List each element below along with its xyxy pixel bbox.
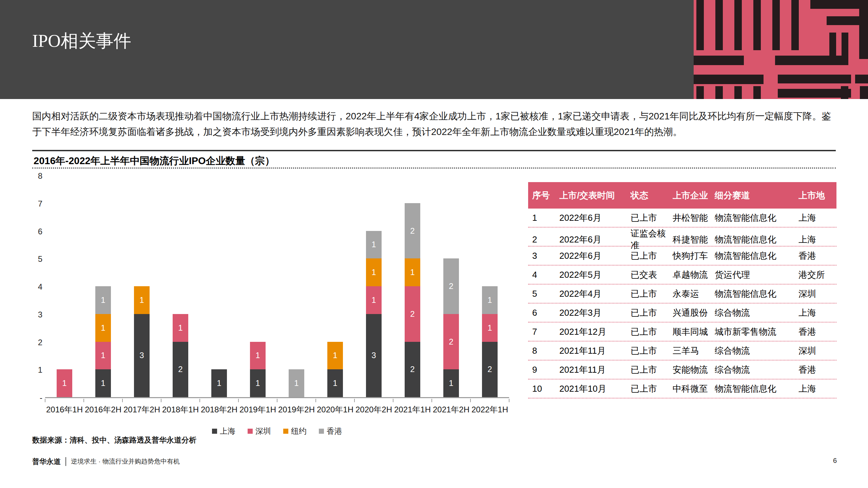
bar-segment-上海: 3: [134, 314, 150, 397]
table-cell: 已上市: [631, 212, 673, 224]
table-cell: 7: [532, 327, 559, 337]
x-axis-tick: [45, 399, 45, 402]
footer-tagline: 逆境求生 · 物流行业并购趋势危中有机: [71, 457, 180, 466]
footer-brand: 普华永道: [32, 457, 61, 466]
bar-segment-value: 2: [178, 365, 182, 374]
x-axis-category-label: 2019年1H: [238, 404, 277, 415]
y-axis-label: 2: [32, 338, 42, 347]
y-axis-label: 8: [32, 171, 42, 181]
table-cell: 兴通股份: [673, 307, 715, 319]
header-band: IPO相关事件: [0, 0, 868, 99]
table-header-cell: 细分赛道: [715, 190, 798, 201]
table-cell: 2022年4月: [559, 288, 631, 300]
x-axis-category-label: 2020年1H: [316, 404, 354, 415]
bar-segment-value: 2: [449, 337, 453, 347]
x-axis-category-label: 2021年2H: [432, 404, 470, 415]
stacked-bar-2021年2H: 122: [443, 258, 459, 397]
table-cell: 上海: [798, 383, 836, 395]
bar-segment-上海: 2: [405, 342, 420, 397]
table-cell: 城市新零售物流: [715, 326, 798, 338]
chart-plot-area: 11111312111111131112212122211: [45, 176, 509, 398]
bar-segment-value: 2: [449, 281, 453, 291]
bar-segment-深圳: 1: [95, 342, 111, 370]
x-axis-category-label: 2018年1H: [161, 404, 200, 415]
bar-segment-深圳: 1: [57, 369, 72, 397]
y-axis-label: 3: [32, 310, 42, 319]
bar-segment-纽约: 1: [134, 286, 150, 314]
bar-segment-上海: 2: [173, 342, 188, 397]
bar-segment-上海: 1: [250, 369, 266, 397]
bar-segment-纽约: 1: [366, 258, 382, 286]
bar-segment-深圳: 2: [405, 286, 420, 342]
bar-segment-上海: 3: [366, 314, 382, 397]
bar-segment-纽约: 1: [405, 258, 420, 286]
bar-segment-value: 1: [487, 323, 492, 333]
bar-segment-value: 2: [410, 365, 414, 374]
table-cell: 上海: [798, 307, 836, 319]
table-cell: 6: [532, 308, 559, 318]
bar-segment-value: 1: [333, 378, 337, 388]
stacked-bar-2016年1H: 1: [57, 369, 72, 397]
bar-segment-纽约: 1: [327, 342, 343, 370]
legend-label: 香港: [327, 426, 342, 436]
bar-segment-value: 1: [255, 378, 260, 388]
table-cell: 深圳: [798, 345, 836, 357]
ipo-events-table: 序号上市/交表时间状态上市企业细分赛道上市地 12022年6月已上市井松智能物流…: [528, 182, 836, 398]
x-axis-category-label: 2016年2H: [84, 404, 122, 415]
table-cell: 2021年10月: [559, 383, 631, 395]
legend-item-上海: 上海: [212, 426, 235, 436]
x-axis-tick: [354, 399, 355, 402]
table-header-cell: 上市企业: [673, 190, 715, 201]
bar-segment-上海: 1: [95, 369, 111, 397]
x-axis-tick: [238, 399, 239, 402]
bar-segment-纽约: 1: [95, 314, 111, 342]
table-cell: 快狗打车: [673, 250, 715, 262]
table-cell: 证监会核准: [631, 228, 673, 251]
table-cell: 已交表: [631, 269, 673, 281]
bar-segment-上海: 1: [443, 369, 459, 397]
x-axis-tick: [277, 399, 277, 402]
bar-segment-value: 1: [101, 323, 105, 333]
bar-segment-value: 1: [294, 378, 298, 388]
bar-segment-香港: 2: [443, 258, 459, 314]
table-row: 62022年3月已上市兴通股份综合物流上海: [528, 304, 836, 323]
table-cell: 已上市: [631, 307, 673, 319]
table-cell: 井松智能: [673, 212, 715, 224]
x-axis-tick: [161, 399, 161, 402]
x-axis-tick: [83, 399, 84, 402]
intro-paragraph: 国内相对活跃的二级资本市场表现推动着中国物流行业上市热潮持续进行，2022年上半…: [32, 109, 837, 140]
table-cell: 港交所: [798, 269, 836, 281]
bar-segment-香港: 2: [405, 203, 420, 259]
x-axis-tick: [122, 399, 123, 402]
table-row: 32022年6月已上市快狗打车物流智能信息化香港: [528, 247, 836, 266]
legend-item-深圳: 深圳: [248, 426, 271, 436]
legend-swatch-icon: [283, 429, 288, 434]
y-axis-label: 7: [32, 199, 42, 209]
table-cell: 物流智能信息化: [715, 383, 798, 395]
bar-segment-value: 1: [371, 295, 376, 305]
x-axis-category-label: 2019年2H: [277, 404, 316, 415]
table-row: 102021年10月已上市中科微至物流智能信息化上海: [528, 379, 836, 398]
table-cell: 物流智能信息化: [715, 250, 798, 262]
table-cell: 安能物流: [673, 364, 715, 376]
table-cell: 已上市: [631, 364, 673, 376]
table-header-cell: 序号: [532, 190, 559, 201]
table-cell: 5: [532, 289, 559, 299]
x-axis-category-label: 2018年2H: [200, 404, 238, 415]
bar-segment-value: 1: [449, 378, 453, 388]
bar-segment-value: 1: [101, 378, 105, 388]
stacked-bar-2017年2H: 31: [134, 286, 150, 397]
section-divider-dotted: [32, 168, 836, 169]
table-cell: 货运代理: [715, 269, 798, 281]
table-cell: 已上市: [631, 288, 673, 300]
table-row: 52022年4月已上市永泰运物流智能信息化深圳: [528, 285, 836, 304]
bar-segment-深圳: 1: [366, 286, 382, 314]
stacked-bar-2022年1H: 211: [482, 286, 498, 397]
table-cell: 已上市: [631, 345, 673, 357]
bar-segment-value: 2: [487, 365, 492, 374]
table-cell: 物流智能信息化: [715, 212, 798, 224]
pwc-geometric-pattern-decoration: [694, 0, 868, 99]
table-row: 72021年12月已上市顺丰同城城市新零售物流香港: [528, 323, 836, 341]
slide: { "slide": { "title": "IPO相关事件", "intro"…: [0, 0, 868, 488]
table-header-cell: 上市/交表时间: [559, 190, 631, 201]
